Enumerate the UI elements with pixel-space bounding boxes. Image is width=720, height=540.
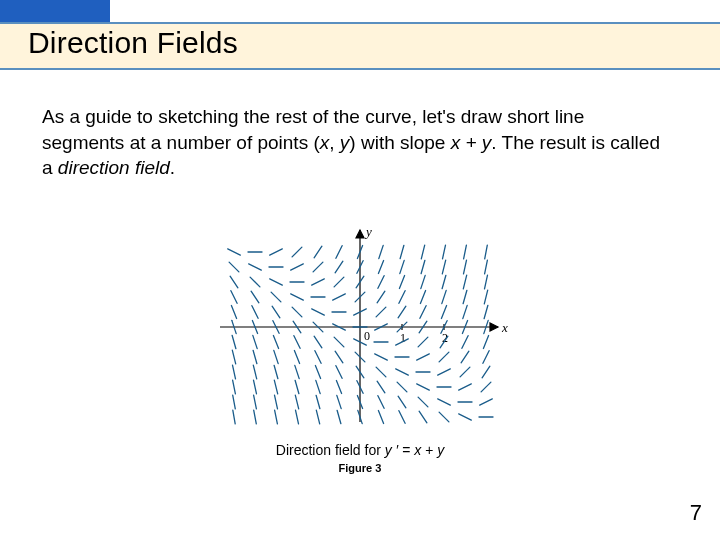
svg-line-55 [316, 395, 320, 408]
term-direction-field: direction field [58, 157, 170, 178]
svg-line-22 [253, 350, 257, 363]
svg-line-157 [484, 305, 488, 318]
svg-line-61 [312, 309, 325, 315]
svg-line-105 [396, 369, 409, 375]
svg-marker-1 [490, 323, 498, 331]
svg-line-148 [464, 260, 467, 274]
svg-line-99 [378, 276, 384, 289]
svg-line-137 [443, 245, 446, 259]
svg-marker-3 [356, 230, 364, 238]
svg-line-130 [439, 352, 449, 362]
svg-line-116 [417, 384, 430, 390]
svg-line-92 [377, 381, 385, 393]
svg-line-126 [439, 412, 449, 422]
svg-line-25 [252, 306, 258, 319]
svg-line-97 [376, 307, 386, 317]
svg-line-38 [271, 292, 281, 302]
svg-line-52 [291, 264, 304, 270]
svg-line-49 [292, 307, 302, 317]
svg-line-113 [400, 245, 404, 258]
svg-line-54 [316, 410, 319, 424]
svg-line-56 [316, 380, 320, 393]
svg-line-133 [441, 306, 446, 319]
svg-line-41 [270, 249, 283, 255]
figure-label: Figure 3 [210, 462, 510, 474]
svg-line-77 [336, 246, 342, 259]
svg-line-110 [399, 291, 405, 304]
svg-line-70 [335, 351, 343, 363]
svg-line-28 [249, 264, 262, 270]
svg-line-138 [459, 414, 472, 420]
svg-line-18 [254, 410, 257, 424]
svg-line-152 [481, 382, 491, 392]
svg-line-17 [228, 249, 241, 255]
svg-line-151 [480, 399, 493, 405]
svg-line-6 [233, 410, 235, 424]
svg-line-65 [314, 246, 322, 258]
svg-line-64 [313, 262, 323, 272]
svg-line-124 [421, 260, 425, 273]
svg-line-104 [397, 382, 407, 392]
svg-line-31 [275, 395, 278, 409]
svg-line-158 [484, 290, 487, 304]
body-period2: . [170, 157, 175, 178]
svg-line-19 [254, 395, 257, 409]
svg-line-21 [253, 365, 256, 379]
plot-svg: 0 1 2 x y [210, 222, 510, 432]
svg-line-114 [419, 411, 427, 423]
var-y: y [340, 132, 350, 153]
svg-line-23 [253, 335, 257, 348]
svg-line-111 [399, 276, 404, 289]
svg-line-119 [418, 337, 428, 347]
svg-line-8 [233, 380, 236, 394]
axis-y-label: y [364, 224, 372, 239]
svg-line-153 [482, 366, 490, 378]
svg-line-74 [333, 294, 346, 300]
svg-line-118 [417, 354, 430, 360]
svg-line-13 [231, 306, 236, 319]
caption-eq: = [398, 442, 414, 458]
svg-line-44 [295, 380, 299, 393]
svg-line-20 [254, 380, 257, 394]
svg-line-66 [337, 410, 341, 423]
body-comma: , [329, 132, 340, 153]
svg-line-67 [337, 395, 341, 408]
caption-rhs: x + y [414, 442, 444, 458]
svg-line-127 [438, 399, 451, 405]
tick-0: 0 [364, 329, 370, 343]
svg-line-42 [296, 410, 299, 424]
svg-line-122 [420, 291, 425, 304]
slope-expr: x + y [451, 132, 492, 153]
svg-line-57 [315, 366, 320, 379]
svg-line-7 [233, 395, 236, 409]
svg-line-115 [418, 397, 428, 407]
svg-line-93 [376, 367, 386, 377]
title-bar: Direction Fields [0, 0, 720, 76]
svg-line-53 [292, 247, 302, 257]
svg-line-91 [378, 396, 384, 409]
figure: 0 1 2 x y Direction field for y ′ = x + … [210, 222, 510, 474]
direction-field-plot: 0 1 2 x y [210, 222, 510, 432]
svg-line-160 [485, 260, 488, 274]
svg-line-75 [334, 277, 344, 287]
caption-prefix: Direction field for [276, 442, 385, 458]
svg-line-15 [230, 276, 238, 288]
svg-line-100 [378, 261, 383, 274]
svg-line-159 [485, 275, 488, 289]
svg-line-109 [398, 306, 406, 318]
svg-line-68 [336, 381, 341, 394]
svg-line-26 [251, 291, 259, 303]
axis-x-label: x [501, 320, 508, 335]
svg-line-45 [295, 365, 299, 378]
svg-line-76 [335, 261, 343, 273]
svg-line-136 [442, 260, 445, 274]
svg-line-154 [483, 351, 489, 364]
caption-lhs: y ′ [385, 442, 399, 458]
svg-line-146 [463, 290, 467, 303]
svg-line-11 [232, 335, 236, 348]
svg-line-47 [294, 336, 300, 349]
svg-line-63 [312, 279, 325, 285]
svg-line-141 [460, 367, 470, 377]
svg-line-59 [314, 336, 322, 348]
svg-line-142 [461, 351, 469, 363]
